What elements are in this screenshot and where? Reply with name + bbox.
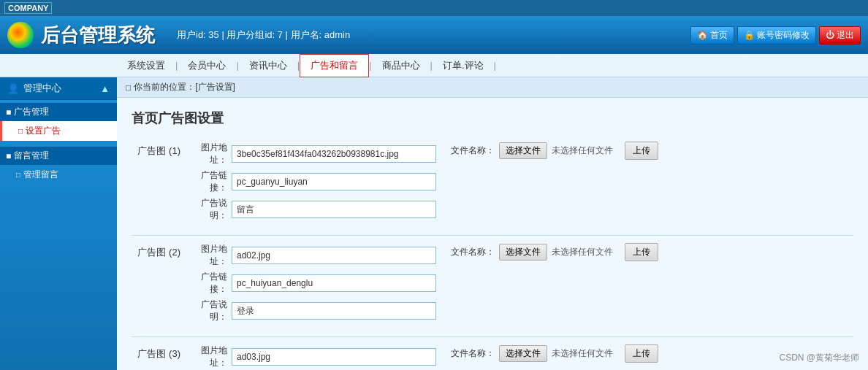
tab-member[interactable]: 会员中心 — [178, 55, 236, 77]
choose-file-button-2[interactable]: 选择文件 — [499, 244, 547, 261]
ad-main-label-2: 广告图 (2) — [132, 243, 186, 259]
ad-field-desc-2: 广告说明： — [186, 298, 436, 323]
sidebar-group-ad-icon: ■ — [6, 107, 11, 117]
no-file-text-1: 未选择任何文件 — [552, 144, 613, 157]
sidebar-item-manage-comment-icon: □ — [16, 171, 20, 179]
sidebar: 👤 管理中心 ▲ ■ 广告管理 □ 设置广告 ■ 留言管理 □ 管理留言 — [0, 77, 117, 370]
ad-section-1: 广告图 (1) 图片地址： 广告链接： 广告说明： — [132, 142, 853, 222]
sidebar-group-comment-label: ■ 留言管理 — [0, 147, 117, 165]
no-file-text-2: 未选择任何文件 — [552, 246, 613, 258]
sidebar-group-ad: ■ 广告管理 □ 设置广告 — [0, 100, 117, 144]
sidebar-item-set-ad-icon: □ — [18, 127, 23, 135]
page-title: 首页广告图设置 — [132, 109, 853, 127]
ad-file-section-1: 文件名称： 选择文件 未选择任何文件 上传 — [451, 142, 658, 160]
ad-desc-label-1: 广告说明： — [186, 197, 227, 222]
ad-fields-2: 图片地址： 广告链接： 广告说明： — [186, 243, 436, 323]
ad-fields-3: 图片地址： 广告链接： 广告说明： — [186, 344, 436, 370]
choose-file-button-1[interactable]: 选择文件 — [499, 142, 547, 159]
ad-image-label-3: 图片地址： — [186, 344, 227, 369]
no-file-text-3: 未选择任何文件 — [552, 347, 613, 360]
ad-main-label-1: 广告图 (1) — [132, 142, 186, 158]
ad-image-input-1[interactable] — [232, 145, 436, 163]
ad-field-image-1: 图片地址： — [186, 142, 436, 166]
ad-row-3: 广告图 (3) 图片地址： 广告链接： 广告说明： — [132, 344, 853, 370]
main-content: □ 你当前的位置：[广告设置] 首页广告图设置 广告图 (1) 图片地址： — [117, 77, 868, 370]
system-title: 后台管理系统 — [41, 23, 155, 48]
sidebar-item-set-ad[interactable]: □ 设置广告 — [0, 121, 117, 141]
ad-field-desc-1: 广告说明： — [186, 197, 436, 222]
tab-ad[interactable]: 广告和留言 — [300, 54, 369, 77]
header: 后台管理系统 用户id: 35 | 用户分组id: 7 | 用户名: admin… — [0, 16, 868, 54]
breadcrumb: □ 你当前的位置：[广告设置] — [117, 77, 868, 98]
logout-icon: ⏻ — [826, 30, 834, 40]
ad-link-label-2: 广告链接： — [186, 271, 227, 296]
sidebar-header-icon: 👤 — [7, 83, 19, 94]
upload-button-2[interactable]: 上传 — [625, 243, 658, 261]
home-button[interactable]: 🏠 首页 — [690, 26, 734, 45]
sidebar-header-label: 管理中心 — [23, 82, 61, 95]
ad-image-input-2[interactable] — [232, 247, 436, 264]
tab-system[interactable]: 系统设置 — [117, 55, 175, 77]
ad-desc-label-2: 广告说明： — [186, 298, 227, 323]
sidebar-group-comment-icon: ■ — [6, 151, 11, 161]
divider-2 — [132, 336, 853, 337]
sidebar-header: 👤 管理中心 ▲ — [0, 77, 117, 100]
ad-file-label-2: 文件名称： — [451, 246, 495, 258]
sidebar-group-ad-label: ■ 广告管理 — [0, 103, 117, 121]
home-icon: 🏠 — [697, 30, 708, 40]
ad-link-label-1: 广告链接： — [186, 169, 227, 194]
breadcrumb-icon: □ — [126, 82, 131, 93]
password-button[interactable]: 🔒 账号密码修改 — [737, 26, 816, 45]
ad-file-section-3: 文件名称： 选择文件 未选择任何文件 上传 — [451, 344, 658, 363]
ad-image-label-1: 图片地址： — [186, 142, 227, 166]
company-bar: COMPANY — [0, 0, 868, 16]
ad-field-image-2: 图片地址： — [186, 243, 436, 268]
nav-tabs: 系统设置 | 会员中心 | 资讯中心 | 广告和留言 | 商品中心 | 订单.评… — [0, 54, 868, 77]
ad-fields-1: 图片地址： 广告链接： 广告说明： — [186, 142, 436, 222]
tab-order[interactable]: 订单.评论 — [433, 55, 494, 77]
logo-icon — [7, 22, 34, 48]
watermark: CSDN @黄菊华老师 — [779, 352, 859, 364]
tab-news[interactable]: 资讯中心 — [239, 55, 297, 77]
ad-row-1: 广告图 (1) 图片地址： 广告链接： 广告说明： — [132, 142, 853, 222]
ad-link-input-1[interactable] — [232, 173, 436, 190]
upload-button-1[interactable]: 上传 — [625, 142, 658, 160]
breadcrumb-text: 你当前的位置：[广告设置] — [134, 81, 235, 93]
ad-field-image-3: 图片地址： — [186, 344, 436, 369]
user-info: 用户id: 35 | 用户分组id: 7 | 用户名: admin — [177, 28, 350, 42]
header-right: 🏠 首页 🔒 账号密码修改 ⏻ 退出 — [690, 26, 861, 45]
password-icon: 🔒 — [744, 30, 755, 40]
ad-main-label-3: 广告图 (3) — [132, 344, 186, 361]
logout-button[interactable]: ⏻ 退出 — [819, 26, 861, 45]
ad-desc-input-2[interactable] — [232, 302, 436, 320]
company-label: COMPANY — [4, 2, 52, 14]
choose-file-button-3[interactable]: 选择文件 — [499, 345, 547, 362]
ad-row-2: 广告图 (2) 图片地址： 广告链接： 广告说明： — [132, 243, 853, 323]
ad-link-input-2[interactable] — [232, 274, 436, 292]
divider-1 — [132, 235, 853, 236]
ad-section-2: 广告图 (2) 图片地址： 广告链接： 广告说明： — [132, 243, 853, 323]
upload-button-3[interactable]: 上传 — [625, 344, 658, 363]
ad-field-link-1: 广告链接： — [186, 169, 436, 194]
sidebar-collapse-icon[interactable]: ▲ — [100, 83, 110, 94]
content-area: 首页广告图设置 广告图 (1) 图片地址： 广告链接： — [117, 98, 868, 370]
header-left: 后台管理系统 用户id: 35 | 用户分组id: 7 | 用户名: admin — [7, 22, 350, 48]
ad-file-label-1: 文件名称： — [451, 144, 495, 157]
ad-field-link-2: 广告链接： — [186, 271, 436, 296]
ad-desc-input-1[interactable] — [232, 201, 436, 218]
ad-image-input-3[interactable] — [232, 348, 436, 366]
ad-section-3: 广告图 (3) 图片地址： 广告链接： 广告说明： — [132, 344, 853, 370]
ad-image-label-2: 图片地址： — [186, 243, 227, 268]
ad-file-label-3: 文件名称： — [451, 347, 495, 360]
ad-file-section-2: 文件名称： 选择文件 未选择任何文件 上传 — [451, 243, 658, 261]
tab-shop[interactable]: 商品中心 — [372, 55, 430, 77]
sidebar-group-comment: ■ 留言管理 □ 管理留言 — [0, 144, 117, 188]
layout: 👤 管理中心 ▲ ■ 广告管理 □ 设置广告 ■ 留言管理 □ 管理留言 — [0, 77, 868, 370]
sidebar-item-manage-comment[interactable]: □ 管理留言 — [0, 165, 117, 185]
